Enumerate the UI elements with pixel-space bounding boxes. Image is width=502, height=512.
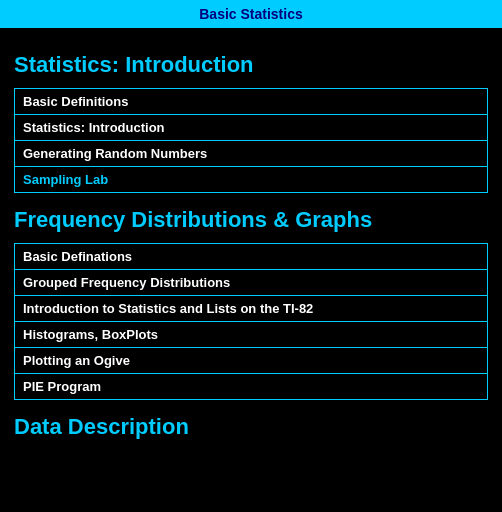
- list-item-0-1[interactable]: Statistics: Introduction: [15, 115, 487, 141]
- section-title-statistics-introduction: Statistics: Introduction: [14, 52, 488, 78]
- list-item-1-5[interactable]: PIE Program: [15, 374, 487, 399]
- section-title-frequency-distributions: Frequency Distributions & Graphs: [14, 207, 488, 233]
- list-item-0-3[interactable]: Sampling Lab: [15, 167, 487, 192]
- list-item-0-0[interactable]: Basic Definitions: [15, 89, 487, 115]
- list-item-1-4[interactable]: Plotting an Ogive: [15, 348, 487, 374]
- top-bar-title: Basic Statistics: [199, 6, 303, 22]
- list-container-statistics-introduction: Basic DefinitionsStatistics: Introductio…: [14, 88, 488, 193]
- list-container-frequency-distributions: Basic DefinationsGrouped Frequency Distr…: [14, 243, 488, 400]
- content: Statistics: IntroductionBasic Definition…: [0, 28, 502, 460]
- list-item-0-2[interactable]: Generating Random Numbers: [15, 141, 487, 167]
- list-item-1-2[interactable]: Introduction to Statistics and Lists on …: [15, 296, 487, 322]
- list-item-1-0[interactable]: Basic Definations: [15, 244, 487, 270]
- list-item-1-1[interactable]: Grouped Frequency Distributions: [15, 270, 487, 296]
- section-title-data-description: Data Description: [14, 414, 488, 440]
- top-bar: Basic Statistics: [0, 0, 502, 28]
- list-item-1-3[interactable]: Histograms, BoxPlots: [15, 322, 487, 348]
